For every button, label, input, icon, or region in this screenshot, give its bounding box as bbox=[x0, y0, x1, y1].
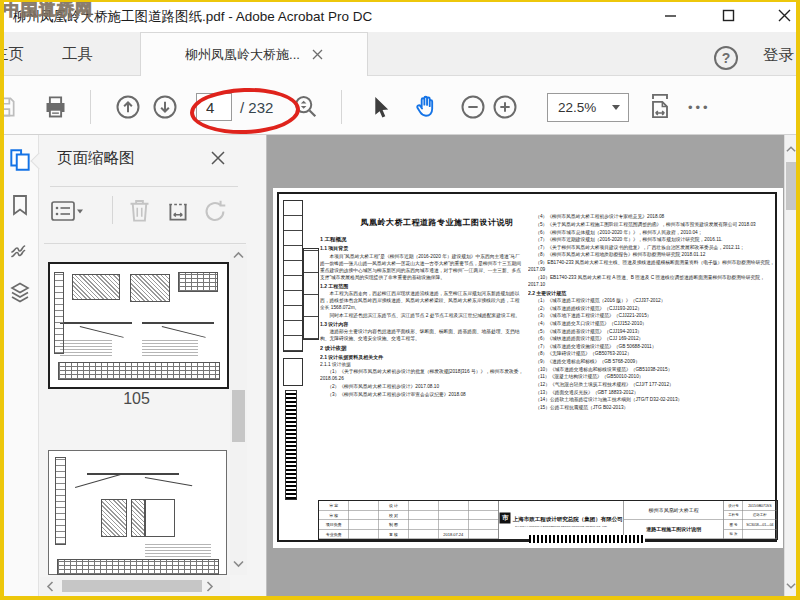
chevron-down-icon bbox=[612, 105, 620, 110]
rotate-counterclockwise-icon bbox=[202, 198, 229, 225]
document-scrollbar-thumb[interactable] bbox=[786, 162, 796, 210]
zoom-out-button[interactable] bbox=[459, 93, 487, 121]
page-up-icon bbox=[114, 93, 142, 121]
decor-hatch bbox=[130, 274, 170, 302]
signatures-icon bbox=[8, 237, 32, 261]
scroll-left-arrow[interactable] bbox=[42, 577, 58, 595]
decor-margin-table bbox=[303, 248, 319, 340]
help-glyph: ? bbox=[722, 50, 731, 66]
scroll-up-arrow[interactable] bbox=[230, 247, 247, 263]
tab-tools[interactable]: 工具 bbox=[62, 44, 93, 65]
page-down-icon bbox=[151, 93, 179, 121]
hand-tool-icon bbox=[412, 93, 440, 121]
tab-document[interactable]: 柳州凤凰岭大桥施... bbox=[140, 32, 368, 76]
crop-pages-button[interactable] bbox=[164, 198, 192, 224]
decor-line bbox=[142, 322, 214, 324]
panel-title: 页面缩略图 bbox=[57, 148, 135, 169]
layers-panel-button[interactable] bbox=[6, 278, 34, 306]
fit-width-button[interactable] bbox=[646, 92, 674, 120]
zoom-level-value: 22.5% bbox=[558, 100, 596, 115]
zoom-level-select[interactable]: 22.5% bbox=[547, 93, 629, 122]
sheet-barcode bbox=[529, 535, 645, 543]
decor-titleblock bbox=[58, 362, 220, 380]
tab-close-icon[interactable] bbox=[312, 49, 323, 60]
title-block: 审 定设 计 审 核校 对 项目负责制 图 专业负责复 核2018.07.24 … bbox=[318, 500, 778, 540]
window-border-left bbox=[0, 0, 4, 600]
layers-icon bbox=[8, 280, 32, 304]
previous-page-button[interactable] bbox=[114, 93, 142, 121]
select-cursor-icon bbox=[368, 95, 393, 120]
fit-width-icon bbox=[646, 92, 674, 120]
window-border-bottom bbox=[0, 596, 800, 600]
decor-hatch bbox=[72, 274, 120, 300]
scroll-down-arrow[interactable] bbox=[230, 556, 247, 572]
zoom-in-button[interactable] bbox=[491, 93, 519, 121]
panel-close-button[interactable] bbox=[210, 150, 226, 170]
scroll-right-arrow[interactable] bbox=[202, 577, 218, 595]
print-icon bbox=[42, 94, 69, 121]
project-block: 柳州市凤凰岭大桥工程 道路工程施工图设计说明 bbox=[624, 501, 724, 539]
watermark: 中国道桥网 bbox=[3, 0, 93, 21]
sign-in-button[interactable]: 登录 bbox=[763, 45, 794, 66]
pdf-page: 凤凰岭大桥工程道路专业施工图设计说明 1 工程概况 1.1 项目背景 本项目“凤… bbox=[273, 188, 783, 548]
decor-slope bbox=[162, 326, 206, 338]
minimize-button[interactable] bbox=[648, 0, 692, 31]
close-icon bbox=[210, 150, 226, 166]
decor-slope bbox=[145, 477, 192, 486]
company-block: 市 上海市政工程设计研究总院（集团）有限公司 SHANGHAI MUNICIPA… bbox=[499, 501, 624, 539]
print-button[interactable] bbox=[42, 94, 69, 121]
thumbnail-page-105[interactable] bbox=[48, 262, 229, 389]
decor-margin-box bbox=[283, 358, 303, 386]
thumbnails-hscrollbar-thumb[interactable] bbox=[62, 580, 202, 592]
decor-box bbox=[145, 499, 175, 537]
window-border-top bbox=[0, 0, 800, 2]
next-page-button[interactable] bbox=[151, 93, 179, 121]
sheet-title: 凤凰岭大桥工程道路专业施工图设计说明 bbox=[357, 217, 517, 228]
decor-margin-cells bbox=[55, 457, 66, 545]
thumbnail-next-page[interactable] bbox=[48, 450, 227, 575]
decor-line bbox=[87, 473, 179, 475]
toolbar-separator bbox=[341, 90, 342, 124]
trash-icon bbox=[126, 197, 153, 224]
company-name: 上海市政工程设计研究总院（集团）有限公司 bbox=[513, 515, 623, 523]
select-tool-button[interactable] bbox=[368, 95, 393, 120]
bookmarks-panel-button[interactable] bbox=[6, 191, 34, 219]
panel-separator bbox=[112, 196, 113, 224]
margin-barcode bbox=[285, 390, 297, 500]
company-logo: 市 bbox=[500, 513, 511, 524]
more-tools-button[interactable]: ••• bbox=[688, 100, 711, 115]
decor-margin-table bbox=[283, 200, 303, 352]
rotate-page-button[interactable] bbox=[202, 198, 229, 225]
decor-hatch bbox=[101, 499, 127, 537]
help-button[interactable]: ? bbox=[714, 46, 738, 70]
decor-slope bbox=[80, 326, 124, 338]
panel-divider bbox=[44, 243, 246, 244]
panel-divider bbox=[50, 186, 238, 187]
sheet-text-left-column: 1 工程概况 1.1 项目背景 本项目“凤凰岭大桥工程”是《柳州市近期（2016… bbox=[320, 232, 524, 498]
signatures-panel-button[interactable] bbox=[6, 235, 34, 263]
decor-margin-cells bbox=[54, 272, 64, 354]
maximize-icon bbox=[722, 9, 735, 22]
crop-pages-icon bbox=[164, 198, 192, 224]
decor-titleblock bbox=[57, 559, 219, 575]
close-button[interactable] bbox=[762, 0, 800, 31]
acrobat-window: 柳州凤凰岭大桥施工图道路图纸.pdf - Adobe Acrobat Pro D… bbox=[0, 0, 800, 600]
minimize-icon bbox=[664, 9, 677, 22]
maximize-button[interactable] bbox=[706, 0, 750, 31]
decor-text bbox=[142, 340, 198, 356]
delete-pages-button[interactable] bbox=[126, 197, 153, 224]
hand-tool-button[interactable] bbox=[412, 93, 440, 121]
page-thumbnails-icon bbox=[7, 147, 33, 173]
tab-document-label: 柳州凤凰岭大桥施... bbox=[185, 46, 300, 64]
decor-line bbox=[60, 322, 132, 324]
thumbnail-options-button[interactable] bbox=[50, 198, 84, 224]
tab-bar bbox=[0, 32, 800, 76]
thumbnails-scrollbar-thumb[interactable] bbox=[232, 390, 245, 442]
window-border-right bbox=[796, 0, 800, 600]
signature-grid: 审 定设 计 审 核校 对 项目负责制 图 专业负责复 核2018.07.24 bbox=[319, 501, 499, 539]
drawing-info-grid: 设计号2015GB071SS 工程号道路工程 图 号SC3018—01—04 版… bbox=[724, 501, 777, 539]
close-icon bbox=[778, 9, 791, 22]
decor-text bbox=[145, 543, 211, 557]
decor-slope bbox=[75, 473, 123, 488]
options-menu-icon bbox=[50, 198, 84, 224]
